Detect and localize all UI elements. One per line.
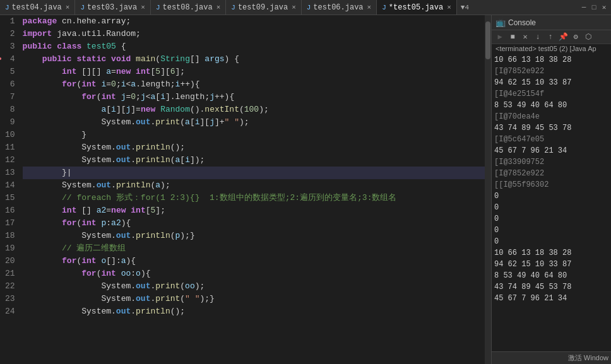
- console-header: 📺 Console: [492, 15, 611, 30]
- line-num-7: 7: [5, 91, 15, 103]
- line-num-18: 18: [5, 230, 15, 242]
- tab-close[interactable]: ×: [217, 4, 221, 11]
- tab-test04[interactable]: J test04.java ×: [0, 0, 75, 15]
- console-output-line-16: 0: [494, 225, 608, 236]
- java-icon: J: [307, 4, 311, 11]
- line-num-24: 24: [5, 305, 15, 318]
- line-num-4: 4: [5, 53, 15, 66]
- console-clear-btn[interactable]: ✕: [519, 32, 531, 43]
- line-num-17: 17: [5, 217, 15, 230]
- line-num-6: 6: [5, 78, 15, 91]
- maximize-button[interactable]: □: [590, 3, 598, 12]
- console-settings-btn[interactable]: ⚙: [570, 32, 581, 43]
- line-numbers: 1 2 3 4 5 6 7 8 9 10 11 12 13 14 15 16 1…: [0, 15, 20, 364]
- console-output-line-12: [[I@55f96302: [494, 179, 608, 191]
- console-output-line-2: [I@7852e922: [494, 66, 608, 77]
- console-scroll-up-btn[interactable]: ↑: [545, 32, 556, 43]
- console-open-btn[interactable]: ⬡: [583, 32, 594, 43]
- line-num-23: 23: [5, 293, 15, 305]
- code-line-16: int [] a2=new int[5];: [23, 204, 485, 217]
- console-output-line-18: 10 66 13 18 38 28: [494, 247, 608, 259]
- console-title-label: Console: [508, 18, 536, 27]
- line-num-5: 5: [5, 66, 15, 78]
- console-output-line-14: 0: [494, 202, 608, 213]
- code-line-4: public static void main(String[] args) {: [23, 53, 485, 66]
- scrollbar-track[interactable]: [485, 15, 491, 364]
- close-window-button[interactable]: ✕: [600, 3, 608, 12]
- console-run-btn[interactable]: ▶: [494, 32, 506, 43]
- tab-close[interactable]: ×: [141, 4, 145, 11]
- tab-test06[interactable]: J test06.java ×: [302, 0, 377, 15]
- main-area: 1 2 3 4 5 6 7 8 9 10 11 12 13 14 15 16 1…: [0, 15, 611, 364]
- console-output-line-5: 8 53 49 40 64 80: [494, 100, 608, 111]
- console-output-line-15: 0: [494, 213, 608, 225]
- tab-overflow[interactable]: ▼4: [457, 4, 473, 11]
- console-output[interactable]: 10 66 13 18 38 28 [I@7852e922 94 62 15 1…: [492, 53, 611, 351]
- scrollbar-thumb[interactable]: [485, 21, 490, 59]
- tab-close[interactable]: ×: [66, 4, 70, 11]
- code-content[interactable]: package cn.hehe.array; import java.util.…: [20, 15, 485, 364]
- java-icon: J: [231, 4, 235, 11]
- line-num-12: 12: [5, 154, 15, 167]
- line-num-16: 16: [5, 204, 15, 217]
- code-line-10: }: [23, 129, 485, 141]
- code-line-24: System.out.println();: [23, 305, 485, 318]
- console-title-icon: 📺: [495, 18, 506, 28]
- code-line-9: System.out.print(a[i][j]+" ");: [23, 116, 485, 129]
- code-line-8: a[i][j]=new Random().nextInt(100);: [23, 103, 485, 116]
- code-line-5: int [][] a=new int[5][6];: [23, 66, 485, 78]
- code-line-7: for(int j=0;j<a[i].length;j++){: [23, 91, 485, 103]
- tab-bar: J test04.java × J test03.java × J test08…: [0, 0, 611, 15]
- java-icon: J: [156, 4, 160, 11]
- console-output-line-21: 43 74 89 45 53 78: [494, 281, 608, 293]
- tab-test08[interactable]: J test08.java ×: [151, 0, 226, 15]
- console-output-line-19: 94 62 15 10 33 87: [494, 259, 608, 270]
- code-area[interactable]: 1 2 3 4 5 6 7 8 9 10 11 12 13 14 15 16 1…: [0, 15, 491, 364]
- line-num-1: 1: [5, 15, 15, 28]
- line-num-8: 8: [5, 103, 15, 116]
- tab-close[interactable]: ×: [367, 4, 372, 11]
- console-pin-btn[interactable]: 📌: [557, 32, 569, 43]
- tab-close[interactable]: ×: [447, 4, 451, 11]
- tab-close[interactable]: ×: [292, 4, 296, 11]
- code-line-11: System.out.println();: [23, 141, 485, 154]
- console-stop-btn[interactable]: ■: [507, 32, 518, 43]
- code-line-18: System.out.println(p);}: [23, 230, 485, 242]
- tab-label: test03.java: [87, 3, 137, 12]
- window-controls: ─ □ ✕: [579, 3, 611, 12]
- tab-label: test06.java: [313, 3, 363, 12]
- code-line-14: System.out.println(a);: [23, 179, 485, 192]
- tab-label: test09.java: [238, 3, 288, 12]
- line-num-21: 21: [5, 267, 15, 280]
- editor-pane: 1 2 3 4 5 6 7 8 9 10 11 12 13 14 15 16 1…: [0, 15, 491, 364]
- line-num-3: 3: [5, 40, 15, 53]
- java-icon: J: [80, 4, 85, 11]
- code-line-19: // 遍历二维数组: [23, 242, 485, 255]
- code-line-21: for(int oo:o){: [23, 267, 485, 280]
- code-line-2: import java.util.Random;: [23, 28, 485, 40]
- line-num-2: 2: [5, 28, 15, 40]
- code-line-15: // foreach 形式：for(1 2:3){} 1:数组中的数据类型;2:…: [23, 192, 485, 204]
- console-status: <terminated> test05 (2) [Java Ap: [492, 44, 611, 53]
- line-num-11: 11: [5, 141, 15, 154]
- console-pane: 📺 Console ▶ ■ ✕ ↓ ↑ 📌 ⚙ ⬡ <terminated> t…: [491, 15, 611, 364]
- console-output-line-13: 0: [494, 191, 608, 202]
- console-output-line-6: [I@70dea4e: [494, 111, 608, 122]
- console-output-line-7: 43 74 89 45 53 78: [494, 122, 608, 134]
- console-output-line-4: [I@4e25154f: [494, 88, 608, 100]
- console-scroll-btn[interactable]: ↓: [532, 32, 543, 43]
- line-num-14: 14: [5, 179, 15, 192]
- console-output-line-17: 0: [494, 236, 608, 247]
- code-line-1: package cn.hehe.array;: [23, 15, 485, 28]
- tab-label: test04.java: [12, 3, 62, 12]
- tab-test05[interactable]: J *test05.java ×: [377, 0, 457, 15]
- java-icon: J: [382, 4, 386, 11]
- tab-label: test08.java: [162, 3, 212, 12]
- line-num-20: 20: [5, 255, 15, 267]
- code-line-12: System.out.println(a[i]);: [23, 154, 485, 167]
- tab-test03[interactable]: J test03.java ×: [75, 0, 150, 15]
- console-output-line-10: [I@33909752: [494, 156, 608, 168]
- tab-label: *test05.java: [389, 3, 443, 12]
- minimize-button[interactable]: ─: [579, 3, 588, 12]
- tab-test09[interactable]: J test09.java ×: [226, 0, 301, 15]
